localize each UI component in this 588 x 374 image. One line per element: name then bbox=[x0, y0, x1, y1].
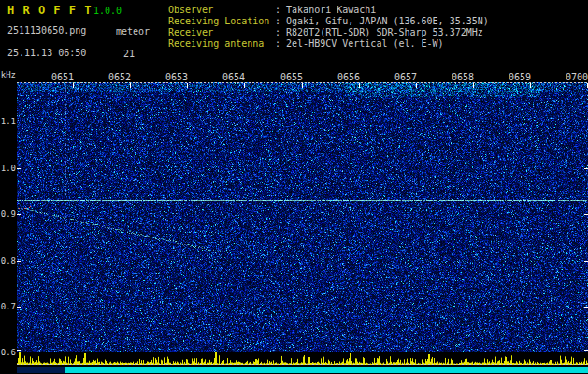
time-tick-label: 0651 bbox=[51, 72, 74, 82]
freq-tick-label: 1.0 bbox=[0, 164, 16, 173]
info-label: Receiver bbox=[168, 27, 275, 37]
freq-tick-label: 0.8 bbox=[0, 256, 16, 266]
hrofft-screen: H R O F F T 1.0.0 2511130650.png meteor … bbox=[0, 0, 588, 374]
timestamp: 25.11.13 06:50 bbox=[7, 48, 86, 58]
app-title: H R O F F T bbox=[7, 4, 92, 17]
info-label: Observer bbox=[168, 5, 275, 15]
freq-tick-label: 0.9 bbox=[0, 209, 16, 219]
info-separator: : bbox=[275, 27, 286, 37]
info-value: Takanori Kawachi bbox=[286, 5, 376, 15]
echo-count: 21 bbox=[123, 49, 135, 59]
info-separator: : bbox=[275, 38, 286, 49]
time-tick-label: 0656 bbox=[337, 72, 360, 82]
info-separator: : bbox=[275, 16, 286, 26]
freq-tick-label: 0.7 bbox=[0, 302, 16, 311]
timebar-segment bbox=[17, 367, 65, 373]
freq-tick-label: 0.6 bbox=[0, 348, 16, 357]
spectrogram-canvas bbox=[17, 82, 588, 352]
app-version: 1.0.0 bbox=[93, 6, 122, 16]
time-tick-label: 0653 bbox=[165, 72, 188, 82]
time-tick-label: 0700 bbox=[566, 72, 588, 82]
info-row: Receiving antenna: 2el-HB9CV Vertical (e… bbox=[168, 38, 444, 49]
info-row: Receiver: R820T2(RTL-SDR) SDR-Sharp 53.3… bbox=[168, 27, 483, 37]
info-value: 2el-HB9CV Vertical (el. E-W) bbox=[286, 38, 444, 49]
time-tick-label: 0652 bbox=[108, 72, 131, 82]
info-separator: : bbox=[275, 5, 286, 15]
timebar bbox=[17, 367, 588, 373]
time-tick-label: 0658 bbox=[452, 72, 474, 82]
info-label: Receiving antenna bbox=[168, 38, 275, 49]
timebar-segment bbox=[65, 367, 588, 373]
freq-tick-label: 1.1 bbox=[0, 117, 16, 126]
time-tick-label: 0657 bbox=[394, 72, 417, 82]
output-filename: 2511130650.png bbox=[7, 25, 86, 36]
info-value: Ogaki, Gifu, JAPAN (136.60E, 35.35N) bbox=[286, 16, 489, 26]
info-value: R820T2(RTL-SDR) SDR-Sharp 53.372MHz bbox=[286, 27, 483, 37]
info-row: Observer: Takanori Kawachi bbox=[168, 5, 376, 15]
level-meter-canvas bbox=[17, 352, 588, 366]
time-tick-label: 0654 bbox=[222, 72, 245, 82]
info-row: Receiving Location: Ogaki, Gifu, JAPAN (… bbox=[168, 16, 489, 26]
info-label: Receiving Location bbox=[168, 16, 275, 26]
time-tick-label: 0659 bbox=[509, 72, 531, 82]
mode-label: meteor bbox=[116, 26, 150, 36]
freq-unit-label: kHz bbox=[0, 70, 16, 79]
time-tick-label: 0655 bbox=[280, 72, 303, 82]
